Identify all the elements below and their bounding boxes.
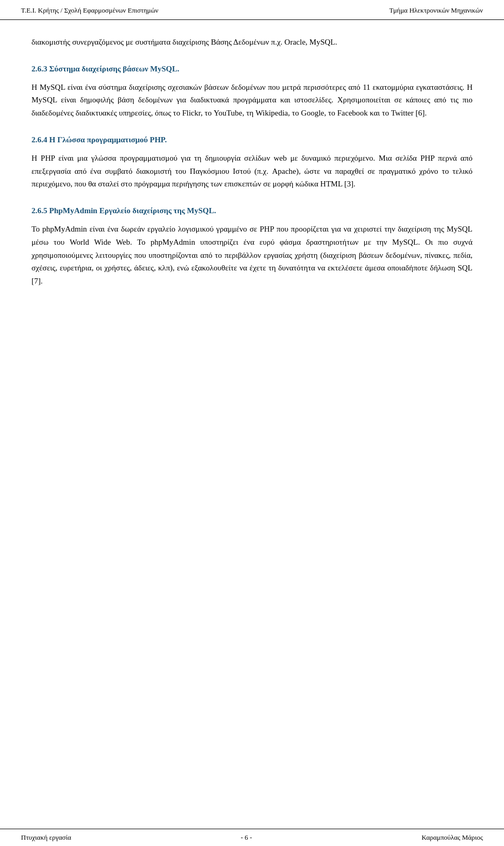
institution-left: Τ.Ε.Ι. Κρήτης / Σχολή Εφαρμοσμένων Επιστ…	[21, 6, 159, 14]
section-264: 2.6.4 Η Γλώσσα προγραμματισμού PHP. Η PH…	[32, 135, 472, 191]
footer-page-number: - 6 -	[240, 833, 252, 842]
header-right: Τμήμα Ηλεκτρονικών Μηχανικών	[389, 6, 483, 15]
section-265-title: 2.6.5 PhpMyAdmin Εργαλείο διαχείρισης τη…	[32, 206, 472, 215]
section-265-paragraph-0: Το phpMyAdmin είναι ένα δωρεάν εργαλείο …	[32, 223, 472, 288]
section-264-title: 2.6.4 Η Γλώσσα προγραμματισμού PHP.	[32, 135, 472, 144]
section-264-paragraph-0: Η PHP είναι μια γλώσσα προγραμματισμού γ…	[32, 152, 472, 191]
page-header: Τ.Ε.Ι. Κρήτης / Σχολή Εφαρμοσμένων Επιστ…	[0, 0, 504, 20]
footer-author-name: Καραμπούλας Μάριος	[422, 833, 483, 842]
page: Τ.Ε.Ι. Κρήτης / Σχολή Εφαρμοσμένων Επιστ…	[0, 0, 504, 846]
section-265: 2.6.5 PhpMyAdmin Εργαλείο διαχείρισης τη…	[32, 206, 472, 288]
section-263-title: 2.6.3 Σύστημα διαχείρισης βάσεων MySQL.	[32, 65, 472, 74]
section-263: 2.6.3 Σύστημα διαχείρισης βάσεων MySQL. …	[32, 65, 472, 120]
intro-paragraph: διακομιστής συνεργαζόμενος με συστήματα …	[32, 36, 472, 49]
section-263-paragraph-0: Η MySQL είναι ένα σύστημα διαχείρισης σχ…	[32, 81, 472, 120]
header-left: Τ.Ε.Ι. Κρήτης / Σχολή Εφαρμοσμένων Επιστ…	[21, 6, 159, 15]
main-content: διακομιστής συνεργαζόμενος με συστήματα …	[0, 20, 504, 340]
footer-thesis-label: Πτυχιακή εργασία	[21, 833, 71, 842]
page-footer: Πτυχιακή εργασία - 6 - Καραμπούλας Μάριο…	[0, 829, 504, 846]
institution-right: Τμήμα Ηλεκτρονικών Μηχανικών	[389, 6, 483, 14]
